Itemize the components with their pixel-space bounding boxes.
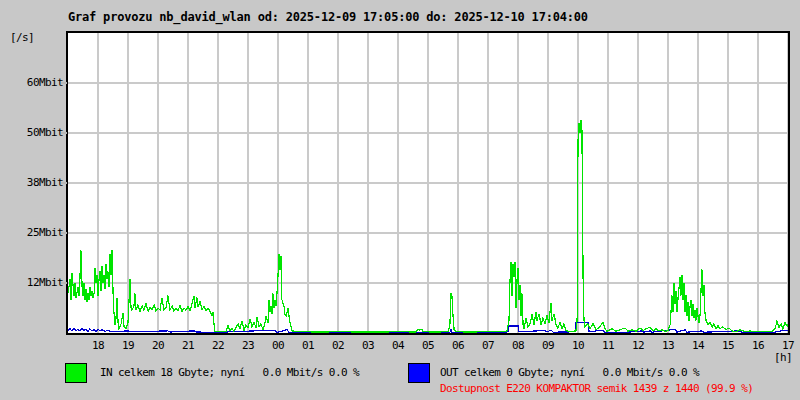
out-legend-label: OUT celkem 0 Gbyte; nyní 0.0 Mbit/s 0.0 … — [440, 366, 699, 379]
x-axis-tick-label: 07 — [473, 339, 503, 352]
x-axis-tick-label: 10 — [563, 339, 593, 352]
y-axis-tick-label: 25Mbit — [0, 226, 63, 239]
x-axis-tick-label: 06 — [443, 339, 473, 352]
x-axis-tick-label: 22 — [203, 339, 233, 352]
traffic-chart — [68, 33, 788, 333]
x-axis-tick-label: 23 — [233, 339, 263, 352]
y-axis-tick-label: 12Mbit — [0, 276, 63, 289]
x-axis-tick-label: 01 — [293, 339, 323, 352]
x-axis-tick-label: 08 — [503, 339, 533, 352]
y-axis-tick — [61, 132, 67, 134]
x-axis-unit-label: [h] — [764, 351, 792, 364]
y-axis-tick — [61, 282, 67, 284]
in-legend-label: IN celkem 18 Gbyte; nyní 0.0 Mbit/s 0.0 … — [100, 366, 359, 379]
y-axis-tick — [61, 182, 67, 184]
in-legend-swatch — [65, 363, 87, 383]
x-axis-tick-label: 04 — [383, 339, 413, 352]
x-axis-tick-label: 14 — [683, 339, 713, 352]
x-axis-tick-label: 21 — [173, 339, 203, 352]
x-axis-tick-label: 03 — [353, 339, 383, 352]
plot-area — [66, 31, 790, 335]
y-axis-tick-label: 60Mbit — [0, 76, 63, 89]
x-axis-tick-label: 05 — [413, 339, 443, 352]
y-axis-unit-label: [/s] — [10, 31, 34, 44]
y-axis-tick-label: 50Mbit — [0, 126, 63, 139]
traffic-graph-page: { "title": "Graf provozu nb_david_wlan o… — [0, 0, 800, 400]
x-axis-tick-label: 18 — [83, 339, 113, 352]
x-axis-tick-label: 00 — [263, 339, 293, 352]
x-axis-tick-label: 15 — [713, 339, 743, 352]
y-axis-tick — [61, 232, 67, 234]
y-axis-tick — [61, 82, 67, 84]
x-axis-tick-label: 12 — [623, 339, 653, 352]
y-axis-tick-label: 38Mbit — [0, 176, 63, 189]
x-axis-tick-label: 02 — [323, 339, 353, 352]
x-axis-tick-label: 11 — [593, 339, 623, 352]
x-axis-tick-label: 13 — [653, 339, 683, 352]
x-axis-tick-label: 19 — [113, 339, 143, 352]
graph-title: Graf provozu nb_david_wlan od: 2025-12-0… — [68, 10, 588, 24]
x-axis-tick-label: 09 — [533, 339, 563, 352]
x-axis-tick-label: 20 — [143, 339, 173, 352]
out-legend-swatch — [408, 363, 430, 383]
availability-status: Dostupnost E220 KOMPAKTOR semik 1439 z 1… — [440, 382, 753, 395]
